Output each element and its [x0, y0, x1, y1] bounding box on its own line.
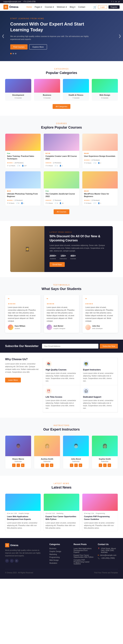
instructor-tw-2[interactable]: t	[45, 464, 49, 467]
instructor-fb-3[interactable]: f	[70, 464, 73, 467]
nav-courses[interactable]: Courses ▾	[45, 6, 54, 8]
news-card-3[interactable]: 25 ● Aug / 224 Programming Complete PHP …	[82, 494, 118, 531]
access-feature-text: Lorem ipsum dolor sit amet, consectetur …	[46, 399, 77, 410]
access-feature-icon: ⏰	[46, 388, 52, 394]
author-avatar-2	[47, 324, 52, 330]
instructor-tw-3[interactable]: t	[74, 464, 78, 467]
cart-icon[interactable]: 🛒	[93, 6, 97, 9]
footer-post-3[interactable]: Complete PHP Programming Career Guidelin…	[74, 559, 94, 565]
nav-webinars[interactable]: Webinars ▾	[57, 6, 67, 8]
footer-cat-webdesign[interactable]: Web Design	[49, 559, 70, 561]
footer-twitter-link[interactable]: t	[10, 559, 14, 563]
category-card-webdesign[interactable]: Web Design 5 Courses	[92, 79, 118, 101]
address-icon: 📍	[98, 548, 100, 550]
instructor-li-4[interactable]: in	[108, 464, 111, 467]
enroll-now-button[interactable]: Enroll Now	[50, 262, 65, 267]
instructor-fb-4[interactable]: f	[99, 464, 102, 467]
news-card-2[interactable]: 12 ● Jul / 213 Marketing Expand Your Car…	[44, 494, 79, 531]
promo-person: 👩‍🎓	[10, 226, 44, 272]
course-card-3[interactable]: $16.00 User Experience Design Essentials…	[82, 134, 118, 168]
instructor-tw-4[interactable]: t	[103, 464, 107, 467]
facebook-icon[interactable]: f	[112, 1, 112, 2]
courses-feature-text: Lorem ipsum dolor sit amet, consectetur …	[46, 372, 77, 382]
footer-cat-programming[interactable]: Programming	[49, 556, 70, 558]
hero-dot-3[interactable]	[15, 53, 16, 54]
instructor-info-3: John Bond Instructor f t in	[63, 456, 89, 469]
youtube-icon[interactable]: yt	[118, 1, 120, 2]
course-info-3: $16.00 User Experience Design Essentials…	[82, 151, 118, 166]
nav-pages[interactable]: Pages ▾	[35, 6, 42, 8]
instructor-li-2[interactable]: in	[50, 464, 53, 467]
footer-cat-graphic[interactable]: Graphic Design	[49, 550, 70, 552]
find-courses-button[interactable]: Find Courses	[10, 44, 27, 50]
news-card-1[interactable]: 02 ● Jun / 235 Graphic Design Learn Web …	[5, 494, 41, 531]
footer-post-1[interactable]: Learn Web Applications Development from …	[74, 548, 94, 553]
testimonial-text-1: Lorem ipsum dolor sit amet, consectetur …	[8, 306, 38, 322]
newsletter-form: Subscribe Now	[42, 344, 118, 348]
footer-grid: O Omexa Morbi providing high quality onl…	[5, 543, 118, 566]
linkedin-icon[interactable]: in	[116, 1, 117, 2]
course-stars-6: ★★★★☆	[84, 200, 91, 201]
why-learn-more-button[interactable]: Learn More	[5, 378, 21, 382]
instructor-fb-1[interactable]: f	[12, 464, 15, 467]
footer-post-2[interactable]: Expand Your Career Opportunities With Py…	[74, 554, 94, 558]
promo-wrapper: 👩‍🎓 LATEST FROM OMEXA 50% Discount On Al…	[0, 221, 123, 277]
category-card-development[interactable]: Development 6 Courses	[5, 79, 31, 101]
course-title-5: The Complete JavaScript Course 2022	[45, 192, 77, 198]
category-card-health[interactable]: Health & Fitness 7 Courses	[63, 79, 89, 101]
instructor-card-4[interactable]: 👩🏽 Sophia Smith Instructor f t in	[92, 436, 118, 469]
category-image-health	[63, 79, 89, 92]
footer-cat-business[interactable]: Business	[49, 548, 70, 550]
nav-home[interactable]: Home	[26, 6, 32, 8]
footer-linkedin-link[interactable]: in	[15, 559, 18, 563]
instructor-fb-2[interactable]: f	[41, 464, 44, 467]
nav-contact[interactable]: Contact	[78, 6, 85, 8]
newsletter-subscribe-button[interactable]: Subscribe Now	[100, 344, 118, 348]
support-feature-text: Lorem ipsum dolor sit amet, consectetur …	[83, 399, 115, 410]
top-bar-left: support@example.com +70-12345-6789	[3, 1, 35, 2]
course-card-1[interactable]: Free Sales Training: Practical Sales Tec…	[5, 134, 41, 168]
course-thumb-5	[44, 171, 79, 188]
course-card-6[interactable]: $29.00 WordPress Master Class for Beginn…	[82, 171, 118, 206]
footer-cat-illustration[interactable]: Illustration	[49, 562, 70, 564]
twitter-icon[interactable]: t	[114, 1, 114, 2]
news-info-2: 12 ● Jul / 213 Marketing Expand Your Car…	[44, 511, 79, 531]
category-card-business[interactable]: Business 5 Courses	[34, 79, 60, 101]
news-meta-2: 12 ● Jul / 213 Marketing	[45, 512, 77, 514]
instructor-li-3[interactable]: in	[79, 464, 82, 467]
instructor-tw-1[interactable]: t	[16, 464, 20, 467]
newsletter-input[interactable]	[42, 344, 98, 348]
all-courses-button[interactable]: All Courses	[54, 209, 69, 214]
login-button[interactable]: Login	[98, 5, 107, 9]
course-card-5[interactable]: Free The Complete JavaScript Course 2022…	[44, 171, 79, 206]
author-role-1: Student	[15, 328, 20, 329]
hero-arrow-left[interactable]: ❮	[2, 34, 4, 38]
categories-title: Popular Categories	[5, 71, 118, 75]
top-bar-socials: f t in yt	[111, 1, 120, 2]
news-date-3: 25 ● Aug / 224	[84, 512, 94, 514]
footer-facebook-link[interactable]: f	[5, 559, 9, 563]
footer-email-text: demo@example.com	[100, 554, 116, 556]
logo: O Omexa	[3, 4, 18, 10]
explore-more-button[interactable]: Explore More	[29, 44, 47, 50]
category-name-development: Development	[5, 94, 31, 96]
footer-about-col: O Omexa Morbi providing high quality onl…	[5, 543, 45, 566]
instructor-card-2[interactable]: 👩🏼 Avelina Smith Instructor f t in	[34, 436, 60, 469]
hero-dot-1[interactable]	[10, 53, 12, 54]
footer-logo-text: Omexa	[10, 544, 18, 546]
instructor-li-1[interactable]: in	[21, 464, 24, 467]
promo-stat-courses-value: 400+	[70, 254, 76, 257]
nav-blog[interactable]: Blog ▾	[70, 6, 75, 8]
promo-stat-instructors: 150+ Instructors	[60, 254, 67, 260]
hero-arrow-right[interactable]: ❯	[119, 34, 121, 38]
course-card-4[interactable]: $9.00 Ultimate Photoshop Training From B…	[5, 171, 41, 206]
register-button[interactable]: Register	[109, 5, 120, 9]
news-grid: 02 ● Jun / 235 Graphic Design Learn Web …	[5, 494, 118, 531]
footer-posts-list: Learn Web Applications Development from …	[74, 548, 94, 565]
instructor-card-1[interactable]: 👨🏾 Shane Warne Instructor f t in	[5, 436, 31, 469]
instructor-card-3[interactable]: 👨🏻 John Bond Instructor f t in	[63, 436, 89, 469]
all-categories-button[interactable]: All Categories	[53, 104, 70, 109]
hero-dot-2[interactable]	[13, 53, 14, 54]
course-card-2[interactable]: $17.00 Complete Creator Learn 3D Course …	[44, 134, 79, 168]
footer-cat-marketing[interactable]: Marketing	[49, 554, 70, 555]
